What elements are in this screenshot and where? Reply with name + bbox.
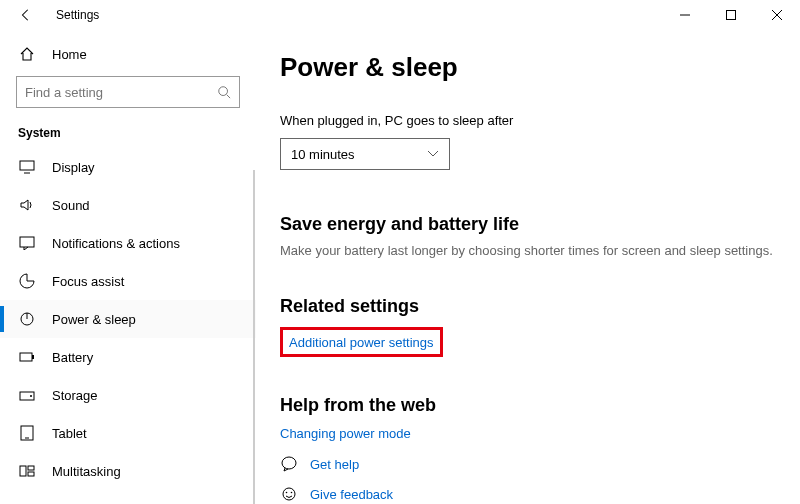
sidebar-home-label: Home [52,47,87,62]
search-input[interactable] [16,76,240,108]
related-heading: Related settings [280,296,776,317]
multitasking-icon [18,465,36,477]
search-field[interactable] [25,85,217,100]
sound-icon [18,198,36,212]
svg-rect-11 [20,353,32,361]
sidebar-item-sound[interactable]: Sound [0,186,256,224]
home-icon [18,46,36,62]
sidebar-scrollbar[interactable] [253,170,255,504]
chevron-down-icon [427,150,439,158]
get-help-link[interactable]: Get help [310,457,359,472]
highlight-annotation: Additional power settings [280,327,443,357]
titlebar: Settings [0,0,800,30]
sleep-label: When plugged in, PC goes to sleep after [280,113,776,128]
sleep-dropdown[interactable]: 10 minutes [280,138,450,170]
sidebar-item-notifications[interactable]: Notifications & actions [0,224,256,262]
sidebar-item-label: Tablet [52,426,87,441]
svg-point-4 [219,87,228,96]
sidebar-item-label: Sound [52,198,90,213]
svg-rect-6 [20,161,34,170]
close-button[interactable] [754,0,800,30]
sleep-dropdown-value: 10 minutes [291,147,355,162]
notifications-icon [18,236,36,250]
svg-rect-1 [727,11,736,20]
sidebar-item-label: Notifications & actions [52,236,180,251]
svg-rect-12 [32,355,34,359]
changing-power-mode-link[interactable]: Changing power mode [280,426,411,441]
sidebar-section-title: System [16,126,240,140]
svg-rect-8 [20,237,34,247]
svg-point-14 [30,395,32,397]
sidebar-item-display[interactable]: Display [0,148,256,186]
sidebar-item-tablet[interactable]: Tablet [0,414,256,452]
window-title: Settings [56,8,99,22]
sidebar-item-battery[interactable]: Battery [0,338,256,376]
sidebar-item-label: Display [52,160,95,175]
svg-line-5 [227,95,231,99]
battery-icon [18,352,36,362]
tablet-icon [18,425,36,441]
content-area: Power & sleep When plugged in, PC goes t… [256,30,800,504]
window-controls [662,0,800,30]
sidebar-item-power-sleep[interactable]: Power & sleep [0,300,256,338]
give-feedback-link[interactable]: Give feedback [310,487,393,502]
search-icon [217,85,231,99]
sidebar-item-storage[interactable]: Storage [0,376,256,414]
additional-power-settings-link[interactable]: Additional power settings [289,335,434,350]
sidebar-nav: Display Sound Notifications & actions Fo… [0,148,256,490]
feedback-icon [280,486,298,502]
sidebar-item-label: Multitasking [52,464,121,479]
minimize-button[interactable] [662,0,708,30]
svg-point-20 [282,457,296,469]
sidebar-item-label: Focus assist [52,274,124,289]
sidebar-item-multitasking[interactable]: Multitasking [0,452,256,490]
storage-icon [18,389,36,401]
maximize-button[interactable] [708,0,754,30]
focus-assist-icon [18,273,36,289]
sidebar-item-label: Power & sleep [52,312,136,327]
help-heading: Help from the web [280,395,776,416]
sidebar-home[interactable]: Home [16,36,240,72]
sidebar-item-label: Battery [52,350,93,365]
power-icon [18,312,36,326]
svg-point-22 [286,492,288,494]
get-help-icon [280,456,298,472]
svg-point-23 [291,492,293,494]
svg-rect-17 [20,466,26,476]
save-energy-sub: Make your battery last longer by choosin… [280,243,776,258]
back-button[interactable] [14,8,38,22]
svg-point-21 [283,488,295,500]
sidebar-item-focus-assist[interactable]: Focus assist [0,262,256,300]
svg-rect-18 [28,466,34,470]
display-icon [18,160,36,174]
sidebar-item-label: Storage [52,388,98,403]
svg-rect-19 [28,472,34,476]
sidebar: Home System Display Sound Notification [0,30,256,504]
save-energy-heading: Save energy and battery life [280,214,776,235]
page-title: Power & sleep [280,52,776,83]
